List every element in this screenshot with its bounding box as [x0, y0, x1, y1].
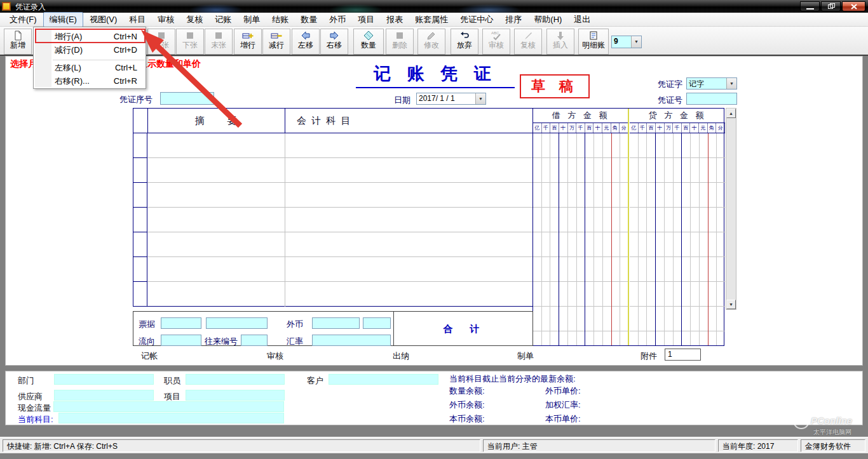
abandon-icon	[459, 30, 470, 41]
flow-input[interactable]	[161, 335, 201, 346]
audit-button[interactable]: ABC 审核	[482, 29, 510, 55]
remove-row-button[interactable]: 减行	[262, 29, 290, 55]
exchange-rate-input[interactable]	[312, 335, 391, 346]
amount-digit-column[interactable]	[577, 133, 586, 345]
bill-input-1[interactable]	[161, 317, 201, 329]
staff-field[interactable]	[186, 374, 285, 385]
voucher-number-input[interactable]	[686, 93, 737, 105]
menu-item-quantity[interactable]: 数量	[295, 13, 323, 27]
move-right-button[interactable]: 右移	[320, 29, 348, 55]
menu-item-exit[interactable]: 退出	[568, 13, 596, 27]
project-field[interactable]	[186, 390, 285, 401]
chevron-down-icon[interactable]: ▼	[726, 78, 736, 89]
amount-digit-column[interactable]	[700, 133, 709, 345]
menu-item-remove-row[interactable]: 减行(D) Ctrl+D	[36, 43, 145, 57]
amount-digit-column[interactable]	[550, 133, 559, 345]
quantity-icon	[363, 30, 374, 41]
amount-digit-column[interactable]	[585, 133, 594, 345]
amount-digit-column[interactable]	[612, 133, 621, 345]
current-subject-field[interactable]	[58, 413, 284, 423]
add-row-button[interactable]: 增行	[234, 29, 262, 55]
amount-digit-column[interactable]	[603, 133, 612, 345]
menu-item-view[interactable]: 视图(V)	[84, 13, 123, 27]
menu-item-file[interactable]: 文件(F)	[4, 13, 43, 27]
menu-item-prepare[interactable]: 制单	[238, 13, 266, 27]
menu-item-audit[interactable]: 审核	[152, 13, 180, 27]
attachment-label: 附件	[641, 350, 657, 362]
amount-digit-column[interactable]	[533, 133, 542, 345]
menu-item-help[interactable]: 帮助(H)	[528, 13, 567, 27]
amount-digit-column[interactable]	[542, 133, 551, 345]
credit-header: 贷 方 金 额	[630, 109, 725, 123]
amount-grid[interactable]: 借 方 金 额 贷 方 金 额 亿千百十万千百十元角分 亿千百十万千百十元角分	[532, 108, 724, 346]
menu-item-closing[interactable]: 结账	[266, 13, 294, 27]
chevron-down-icon[interactable]: ▼	[475, 93, 485, 104]
delete-button[interactable]: 删除	[386, 29, 414, 55]
customer-field[interactable]	[329, 374, 438, 385]
menu-item-move-left[interactable]: 左移(L) Ctrl+L	[36, 61, 145, 74]
last-voucher-button[interactable]: 末张	[205, 29, 233, 55]
bill-label: 票据	[139, 319, 155, 330]
amount-digit-column[interactable]	[682, 133, 691, 345]
menu-item-bookkeeping[interactable]: 记账	[209, 13, 237, 27]
audit-label: 审核	[267, 350, 283, 362]
menu-item-subject[interactable]: 科目	[123, 13, 151, 27]
modify-button[interactable]: 修改	[417, 29, 445, 55]
amount-digit-column[interactable]	[656, 133, 665, 345]
amount-digit-column[interactable]	[639, 133, 648, 345]
menu-item-sort[interactable]: 排序	[499, 13, 527, 27]
foreign-currency-input-2[interactable]	[363, 317, 391, 329]
menu-item-review[interactable]: 复核	[180, 13, 208, 27]
date-combo[interactable]: 2017/ 1 / 1 ▼	[416, 93, 486, 105]
menu-item-edit[interactable]: 编辑(E)	[43, 12, 83, 27]
close-button[interactable]	[842, 1, 865, 11]
quantity-button[interactable]: 数量	[353, 29, 384, 55]
grid-body[interactable]	[133, 133, 533, 307]
new-button[interactable]: 新增	[4, 29, 32, 55]
debit-columns[interactable]	[533, 133, 628, 345]
cashflow-field[interactable]	[53, 401, 284, 412]
audit-icon: ABC	[491, 30, 502, 41]
amount-digit-column[interactable]	[691, 133, 700, 345]
credit-columns[interactable]	[630, 133, 725, 345]
scroll-down-button[interactable]: ▼	[726, 300, 736, 309]
menu-item-move-right[interactable]: 右移(R)... Ctrl+R	[36, 74, 145, 88]
supplier-field[interactable]	[54, 390, 154, 401]
amount-digit-column[interactable]	[709, 133, 717, 345]
preparer-label: 制单	[517, 350, 534, 362]
amount-digit-column[interactable]	[568, 133, 577, 345]
scroll-up-button[interactable]: ▲	[726, 109, 736, 118]
menu-item-book-properties[interactable]: 账套属性	[409, 13, 454, 27]
row-count-combo[interactable]: 9 ▼	[611, 36, 642, 48]
menu-item-report[interactable]: 报表	[381, 13, 409, 27]
insert-button[interactable]: 插入	[546, 29, 574, 55]
contact-no-input[interactable]	[241, 335, 268, 346]
attachment-input[interactable]: 1	[665, 349, 701, 361]
menu-item-foreign-currency[interactable]: 外币	[323, 13, 351, 27]
menu-item-voucher-center[interactable]: 凭证中心	[454, 13, 499, 27]
amount-digit-column[interactable]	[717, 133, 725, 345]
menu-item-project[interactable]: 项目	[352, 13, 380, 27]
grid-scrollbar[interactable]: ▲ ▼	[726, 108, 736, 310]
serial-input[interactable]	[160, 92, 214, 105]
bill-input-2[interactable]	[206, 317, 268, 329]
amount-digit-column[interactable]	[647, 133, 656, 345]
review-button[interactable]: 复核	[514, 29, 542, 55]
next-voucher-button[interactable]: 下张	[176, 29, 204, 55]
abandon-button[interactable]: 放弃	[451, 29, 478, 55]
amount-digit-column[interactable]	[559, 133, 568, 345]
minimize-button[interactable]	[800, 1, 820, 11]
amount-digit-column[interactable]	[594, 133, 603, 345]
prev-voucher-button[interactable]: 上张	[147, 29, 175, 55]
voucher-word-combo[interactable]: 记字 ▼	[686, 77, 737, 90]
move-left-button[interactable]: 左移	[292, 29, 320, 55]
amount-digit-column[interactable]	[665, 133, 674, 345]
detail-ledger-button[interactable]: 明细账	[578, 29, 609, 55]
foreign-currency-input[interactable]	[312, 317, 360, 329]
amount-digit-column[interactable]	[630, 133, 639, 345]
restore-button[interactable]	[821, 1, 841, 11]
amount-digit-column[interactable]	[674, 133, 682, 345]
chevron-down-icon[interactable]: ▼	[631, 36, 641, 48]
digit-col-label: 十	[656, 123, 665, 133]
department-field[interactable]	[54, 374, 154, 385]
